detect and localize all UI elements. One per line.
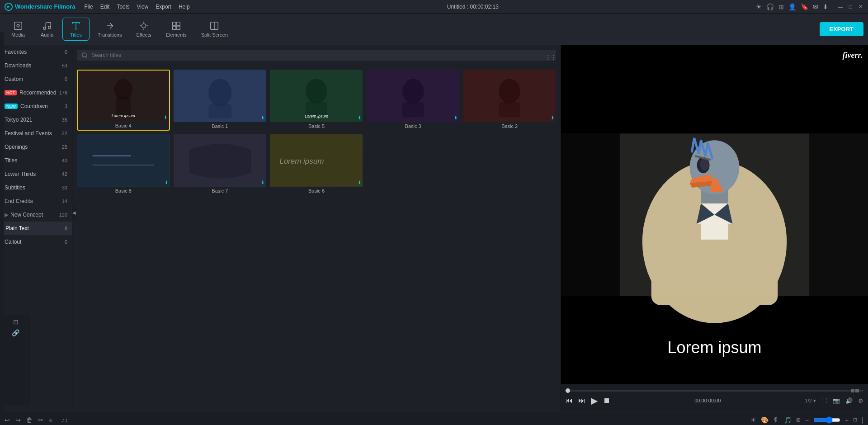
- person-icon[interactable]: 👤: [788, 3, 796, 10]
- thumb-basic2[interactable]: ⬇ Basic 2: [463, 70, 556, 131]
- sidebar-item-titles[interactable]: Titles 40: [0, 154, 72, 167]
- bookmark-icon[interactable]: 🔖: [801, 3, 808, 10]
- svg-rect-28: [499, 102, 520, 117]
- sidebar-item-downloads[interactable]: Downloads 53: [0, 59, 72, 72]
- delete-icon[interactable]: 🗑: [26, 416, 33, 424]
- resolution-dropdown[interactable]: 1/2 ▾: [805, 398, 816, 404]
- step-back-button[interactable]: ⏭: [578, 397, 585, 405]
- menu-tools[interactable]: Tools: [117, 4, 129, 10]
- collapse-panel-button[interactable]: ◀: [72, 206, 77, 219]
- progress-bar[interactable]: [566, 390, 863, 392]
- menu-export[interactable]: Export: [156, 4, 171, 10]
- thumb-basic3[interactable]: ⬇ Basic 3: [367, 70, 460, 131]
- settings-icon[interactable]: ⚙: [858, 397, 863, 404]
- menu-file[interactable]: File: [84, 4, 93, 10]
- export-button[interactable]: EXPORT: [820, 22, 863, 36]
- thumb-basic7-download[interactable]: ⬇: [261, 180, 264, 185]
- sidebar-festival-count: 22: [62, 131, 67, 136]
- redo-icon[interactable]: ↪: [15, 416, 21, 424]
- zoom-in-icon[interactable]: +: [845, 416, 849, 424]
- more-options-icon[interactable]: |: [862, 416, 863, 424]
- toolbar-effects[interactable]: Effects: [130, 18, 157, 40]
- preview-ctrl-icons: 1/2 ▾ ⛶ 📷 🔊 ⚙: [805, 397, 863, 404]
- maximize-button[interactable]: □: [847, 4, 854, 10]
- progress-dot[interactable]: [566, 388, 570, 393]
- undo-icon[interactable]: ↩: [5, 416, 10, 424]
- menu-view[interactable]: View: [137, 4, 148, 10]
- play-button[interactable]: ▶: [591, 395, 598, 406]
- thumb-basic6[interactable]: Lorem ipsum ⬇ Basic 6: [270, 134, 363, 195]
- timeline-wrapper: ↩ ↪ 🗑 ✂ ≡ ♪↕ ☀ 🎨 🎙 🎵 ⊠ − + ⊡ | ▶ 2: [0, 411, 868, 425]
- svg-point-24: [402, 79, 424, 103]
- sidebar-tokyo-label: Tokyo 2021: [5, 117, 32, 123]
- toolbar-transitions[interactable]: Transitions: [91, 18, 128, 40]
- thumb-basic5[interactable]: Lorem ipsum ⬇ Basic 5: [270, 70, 363, 131]
- sidebar-countdown-count: 3: [65, 104, 67, 109]
- thumb-basic7[interactable]: ⬇ Basic 7: [174, 134, 267, 195]
- minimize-button[interactable]: —: [837, 4, 844, 10]
- new-concept-left: ▶ New Concept: [5, 212, 43, 218]
- sidebar-item-new-concept[interactable]: ▶ New Concept 120: [0, 208, 72, 222]
- sidebar-item-lower-thirds[interactable]: Lower Thirds 42: [0, 167, 72, 181]
- toolbar-media[interactable]: Media: [5, 18, 32, 40]
- thumb-basic4-download[interactable]: ⬇: [164, 115, 167, 120]
- svg-point-2: [17, 24, 19, 27]
- thumb-basic4[interactable]: Lorem ipsum ⬇ Basic 4: [77, 70, 170, 131]
- sun-icon[interactable]: ☀: [756, 3, 762, 10]
- preview-video: Lorem ipsum fiverr.: [561, 45, 868, 384]
- thumb-basic1[interactable]: ⬇ Basic 1: [174, 70, 267, 131]
- toolbar-audio[interactable]: Audio: [33, 18, 61, 40]
- fullscreen-icon[interactable]: ⛶: [821, 397, 827, 404]
- more-icon[interactable]: ≡: [49, 416, 52, 424]
- sidebar-item-favorites[interactable]: Favorites 0: [0, 45, 72, 59]
- sidebar-item-countdown[interactable]: NEW Countdown 3: [0, 99, 72, 113]
- thumb-basic8[interactable]: ⬇ Basic 8: [77, 134, 170, 195]
- brightness-icon[interactable]: ☀: [750, 416, 756, 424]
- color-icon[interactable]: 🎨: [761, 416, 769, 424]
- thumb-basic6-download[interactable]: ⬇: [358, 180, 361, 185]
- cut-icon[interactable]: ✂: [38, 416, 43, 424]
- thumb-basic5-download[interactable]: ⬇: [358, 115, 361, 120]
- toolbar-titles[interactable]: Titles: [62, 18, 90, 41]
- magnetic-snap-icon[interactable]: ⊡: [13, 318, 19, 326]
- thumb-basic4-img: Lorem ipsum ⬇: [78, 71, 169, 122]
- stop-button[interactable]: ⏹: [603, 397, 610, 405]
- sidebar-item-callout[interactable]: Callout 0: [0, 235, 72, 249]
- toolbar-split-screen[interactable]: Split Screen: [195, 18, 234, 40]
- camera-icon[interactable]: 📷: [833, 397, 840, 404]
- sidebar-item-recommended[interactable]: HOT Recommended 176: [0, 86, 72, 99]
- toolbar-elements[interactable]: Elements: [160, 18, 193, 40]
- sidebar-item-custom[interactable]: Custom 0: [0, 72, 72, 86]
- sidebar-item-festival[interactable]: Festival and Events 22: [0, 127, 72, 140]
- close-button[interactable]: ✕: [857, 4, 863, 10]
- zoom-slider[interactable]: [813, 416, 840, 424]
- thumb-basic8-download[interactable]: ⬇: [165, 180, 168, 185]
- sidebar-item-plain-text[interactable]: Plain Text 8: [0, 222, 72, 235]
- sidebar-item-subtitles[interactable]: Subtitles 30: [0, 181, 72, 194]
- fit-icon[interactable]: ⊡: [853, 417, 857, 423]
- audio-duck-icon[interactable]: 🎵: [784, 416, 792, 424]
- sidebar-item-end-credits[interactable]: End Credits 14: [0, 194, 72, 208]
- download-icon[interactable]: ⬇: [823, 3, 828, 10]
- thumb-basic2-download[interactable]: ⬇: [551, 115, 554, 120]
- sidebar-item-tokyo[interactable]: Tokyo 2021 35: [0, 113, 72, 127]
- split-icon[interactable]: ⊠: [796, 417, 801, 423]
- search-input[interactable]: [91, 52, 552, 58]
- grid-icon[interactable]: ⊞: [778, 3, 784, 10]
- headphones-icon[interactable]: 🎧: [766, 3, 774, 10]
- thumb-basic3-download[interactable]: ⬇: [454, 115, 458, 120]
- thumb-basic1-download[interactable]: ⬇: [261, 115, 264, 120]
- sidebar-item-openings[interactable]: Openings 25: [0, 140, 72, 154]
- menu-edit[interactable]: Edit: [100, 4, 110, 10]
- audio-sync-icon[interactable]: ♪↕: [61, 416, 68, 424]
- volume-icon[interactable]: 🔊: [845, 397, 853, 404]
- rewind-button[interactable]: ⏮: [566, 397, 573, 405]
- toolbar-media-label: Media: [11, 32, 25, 38]
- mail-icon[interactable]: ✉: [813, 3, 818, 10]
- zoom-out-icon[interactable]: −: [805, 416, 809, 424]
- mic-icon[interactable]: 🎙: [773, 416, 779, 424]
- thumb-basic1-img: ⬇: [174, 70, 267, 122]
- grid-options-icon[interactable]: ⋮⋮: [545, 54, 556, 61]
- link-icon[interactable]: 🔗: [12, 329, 19, 336]
- menu-help[interactable]: Help: [179, 4, 190, 10]
